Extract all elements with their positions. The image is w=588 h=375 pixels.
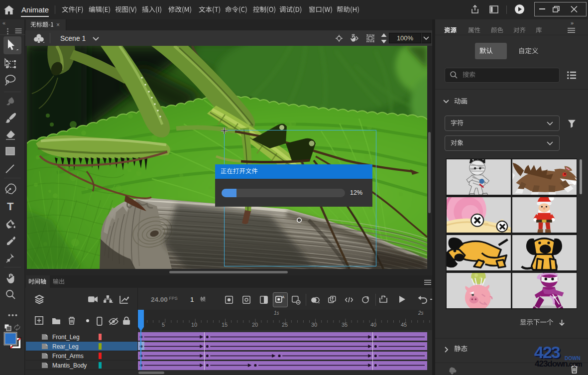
svg-text:A: A [282,295,285,299]
